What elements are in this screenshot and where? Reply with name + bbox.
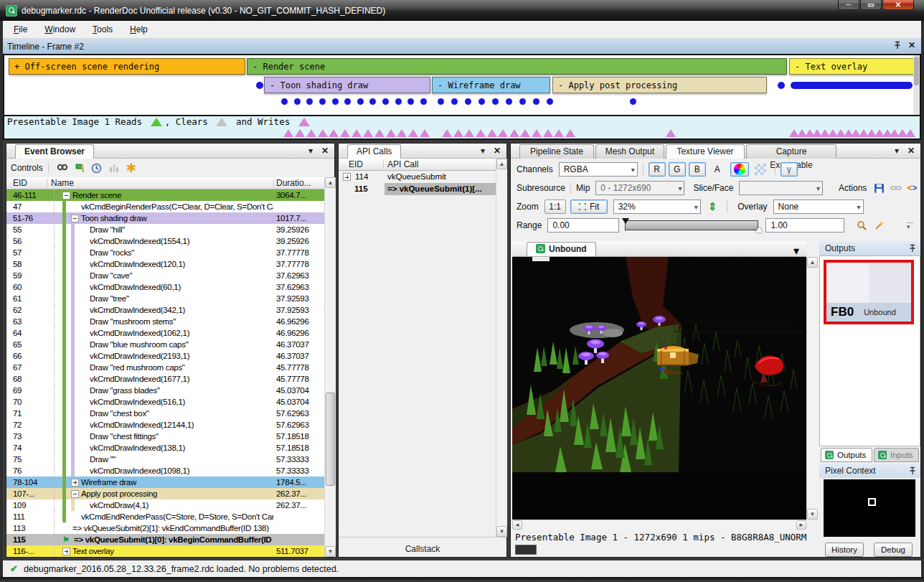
event-row[interactable]: 59Draw "cave"37.62963: [6, 270, 324, 281]
tab-capture-executable[interactable]: Capture Executable: [746, 144, 836, 159]
timeline-draw-dot[interactable]: [332, 98, 339, 105]
event-row[interactable]: 74vkCmdDrawIndexed(138,1)57.18518: [6, 442, 324, 454]
timeline-draws-capsule[interactable]: [791, 82, 913, 89]
event-row[interactable]: 56vkCmdDrawIndexed(1554,1)39.25926: [6, 235, 324, 247]
timeline-draw-dot[interactable]: [407, 98, 414, 105]
timeline-draw-dot[interactable]: [630, 98, 636, 105]
texture-image[interactable]: [512, 257, 806, 520]
timeline-draw-dot[interactable]: [306, 98, 313, 105]
save-icon[interactable]: [872, 182, 886, 194]
outputs-header[interactable]: Outputs: [819, 241, 920, 255]
debug-button[interactable]: Debug: [874, 543, 913, 557]
maximize-button[interactable]: ▭: [860, 0, 882, 10]
event-row[interactable]: 107-...Apply post processing262.37...: [6, 488, 324, 499]
collapse-icon[interactable]: [62, 192, 70, 200]
presentable-write-triangle[interactable]: [295, 129, 305, 137]
presentable-write-triangle[interactable]: [397, 129, 407, 137]
menu-help[interactable]: Help: [123, 22, 154, 37]
presentable-write-triangle[interactable]: [306, 129, 316, 137]
expand-icon[interactable]: [343, 173, 351, 181]
timeline-draw-dot[interactable]: [420, 98, 427, 105]
timeline-draw-dot[interactable]: [778, 82, 785, 89]
presentable-write-triangle[interactable]: [476, 129, 486, 137]
timeline-draw-dot[interactable]: [478, 98, 485, 105]
pin-icon[interactable]: [894, 41, 901, 50]
tab-pipeline-state[interactable]: Pipeline State: [519, 144, 594, 159]
texture-hscrollbar[interactable]: ◄ ►: [512, 520, 806, 530]
presentable-write-triangle[interactable]: [283, 129, 293, 137]
presentable-write-triangle[interactable]: [340, 129, 350, 137]
gamma-button[interactable]: γ: [781, 162, 798, 177]
timeline-section-bar[interactable]: - Apply post processing: [552, 77, 767, 93]
timeline-scrollbar[interactable]: [913, 55, 920, 115]
channels-select[interactable]: RGBA: [559, 162, 638, 177]
presentable-write-triangle[interactable]: [565, 129, 575, 137]
range-slider[interactable]: [622, 218, 763, 233]
timeline-section-bar[interactable]: - Toon shading draw: [264, 77, 430, 93]
api-call-row[interactable]: 115=> vkQueueSubmit(1)[...: [339, 183, 496, 195]
timeline-section-bar[interactable]: - Render scene: [247, 58, 787, 75]
timeline-draw-dot[interactable]: [465, 98, 471, 105]
event-row[interactable]: 71Draw "chest box"57.62963: [6, 408, 324, 419]
channel-a-button[interactable]: A: [709, 164, 726, 174]
autofit-wand-icon[interactable]: [872, 219, 886, 232]
presentable-write-triangle[interactable]: [554, 129, 564, 137]
slice-face-select[interactable]: [739, 181, 823, 195]
event-row[interactable]: 113=> vkQueueSubmit(2)[1]: vkEndCommandB…: [6, 522, 324, 534]
event-row[interactable]: 111vkCmdEndRenderPass(C=Store, D=Store, …: [6, 511, 324, 522]
timeline-draw-dot[interactable]: [281, 98, 288, 105]
event-row[interactable]: 63Draw "mushroom stems"46.96296: [6, 316, 324, 327]
presentable-write-triangle[interactable]: [386, 129, 396, 137]
presentable-write-triangle[interactable]: [408, 129, 418, 137]
presentable-write-triangle[interactable]: [442, 129, 452, 137]
range-white-point-handle[interactable]: [755, 227, 763, 233]
timeline-draw-dot[interactable]: [294, 98, 301, 105]
event-row[interactable]: 47vkCmdBeginRenderPass(C=Clear, D=Clear,…: [6, 201, 324, 212]
collapse-icon[interactable]: [71, 215, 79, 222]
zoom-percent-select[interactable]: 32%: [613, 200, 701, 214]
event-row[interactable]: 55Draw "hill"39.25926: [6, 224, 324, 235]
collapse-icon[interactable]: [71, 490, 79, 498]
zoom-range-icon[interactable]: [854, 219, 869, 232]
channel-g-button[interactable]: G: [669, 162, 686, 177]
timeline-draw-dot[interactable]: [344, 98, 351, 105]
colorwheel-button[interactable]: [730, 162, 749, 177]
event-row[interactable]: 75Draw ""57.33333: [6, 454, 324, 465]
chevron-down-icon[interactable]: ▾: [308, 146, 313, 156]
tab-texture-viewer[interactable]: Texture Viewer: [666, 144, 745, 159]
title-bar[interactable]: debugmarker.rdc - RenderDoc Unofficial r…: [0, 0, 924, 21]
timeline-draw-dot[interactable]: [395, 98, 402, 105]
pixel-context-header[interactable]: Pixel Context: [819, 464, 920, 478]
timeline-draw-dot[interactable]: [319, 98, 326, 105]
presentable-write-triangle[interactable]: [509, 129, 519, 137]
minimize-button[interactable]: ─: [838, 0, 859, 10]
timeline-panel-header[interactable]: Timeline - Frame #2 ✕: [3, 39, 921, 54]
close-panel-icon[interactable]: ✕: [908, 40, 915, 50]
timeline-draw-dot[interactable]: [438, 98, 444, 105]
event-row[interactable]: 67Draw "red mushroom caps"45.77778: [6, 362, 324, 373]
timeline-draw-dot[interactable]: [357, 98, 364, 105]
presentable-write-triangle[interactable]: [329, 129, 339, 137]
presentable-write-triangle[interactable]: [352, 129, 362, 137]
timeline-draw-dot[interactable]: [519, 98, 526, 105]
channel-b-button[interactable]: B: [689, 162, 706, 177]
tab-mesh-output[interactable]: Mesh Output: [595, 144, 664, 159]
event-row[interactable]: 57Draw "rocks"37.77778: [6, 247, 324, 258]
pin-icon[interactable]: [909, 244, 916, 253]
time-draws-icon[interactable]: [90, 161, 104, 174]
event-browser-scrollbar[interactable]: ▲ ▼: [324, 177, 336, 557]
expand-icon[interactable]: [71, 479, 79, 487]
timeline-draw-dot[interactable]: [256, 82, 263, 89]
timeline-draw-dot[interactable]: [382, 98, 389, 105]
event-row[interactable]: 62vkCmdDrawIndexed(342,1)37.92593: [6, 304, 324, 316]
event-row[interactable]: 78-104Wireframe draw1784.5...: [6, 477, 324, 488]
api-call-row[interactable]: 114vkQueueSubmit: [339, 171, 496, 183]
event-row[interactable]: 70vkCmdDrawIndexed(516,1)45.03704: [6, 396, 324, 408]
event-row[interactable]: 46-111Render scene3064.7...: [6, 189, 324, 201]
timeline-draw-dot[interactable]: [451, 98, 458, 105]
timeline-draw-dot[interactable]: [533, 98, 539, 105]
presentable-write-triangle[interactable]: [464, 129, 474, 137]
event-row[interactable]: 60vkCmdDrawIndexed(60,1)37.62963: [6, 281, 324, 293]
tab-outputs[interactable]: Outputs: [821, 448, 872, 462]
event-row[interactable]: 64vkCmdDrawIndexed(1062,1)46.96296: [6, 327, 324, 339]
